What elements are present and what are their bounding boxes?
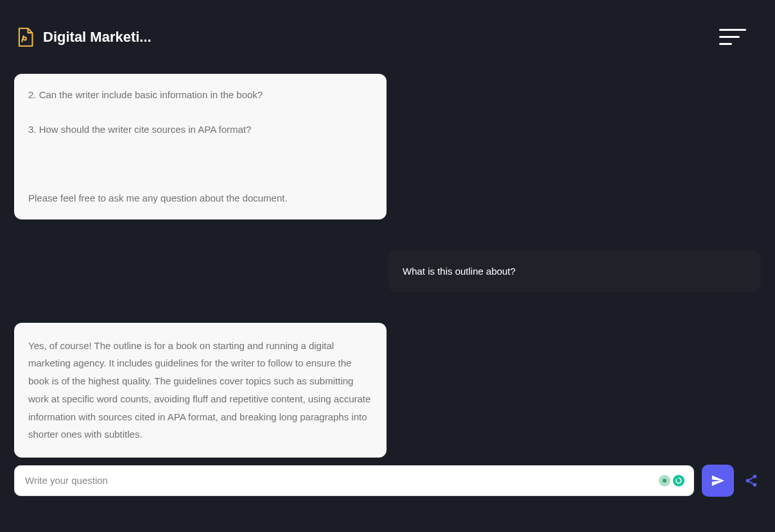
user-message-text: What is this outline about? xyxy=(403,266,516,277)
svg-point-3 xyxy=(753,483,757,487)
svg-point-2 xyxy=(746,479,750,483)
svg-line-4 xyxy=(749,477,753,480)
send-button[interactable] xyxy=(702,465,734,497)
menu-icon[interactable] xyxy=(719,28,746,47)
assistant-message: 2. Can the writer include basic informat… xyxy=(14,74,387,219)
question-text: 3. How should the writer cite sources in… xyxy=(28,121,372,138)
question-input[interactable] xyxy=(25,475,683,486)
prompt-text: Please feel free to ask me any question … xyxy=(28,190,372,207)
assistant-message: Yes, of course! The outline is for a boo… xyxy=(14,323,387,458)
document-title: Digital Marketi... xyxy=(43,29,152,46)
grammarly-icon[interactable] xyxy=(659,475,670,486)
chat-container: 2. Can the writer include basic informat… xyxy=(0,74,775,465)
svg-point-0 xyxy=(663,479,666,483)
header: Digital Marketi... xyxy=(0,0,775,74)
user-message: What is this outline about? xyxy=(388,250,761,292)
assistant-message-text: Yes, of course! The outline is for a boo… xyxy=(28,340,370,440)
header-left: Digital Marketi... xyxy=(16,27,152,47)
svg-line-5 xyxy=(749,481,753,484)
pdf-icon xyxy=(16,27,34,47)
share-button[interactable] xyxy=(742,471,761,490)
question-text: 2. Can the writer include basic informat… xyxy=(28,87,372,103)
svg-point-1 xyxy=(753,475,757,479)
input-field-wrapper xyxy=(14,465,694,496)
grammarly-icon[interactable] xyxy=(673,475,684,486)
input-bar xyxy=(14,465,761,497)
input-icons xyxy=(659,475,684,486)
